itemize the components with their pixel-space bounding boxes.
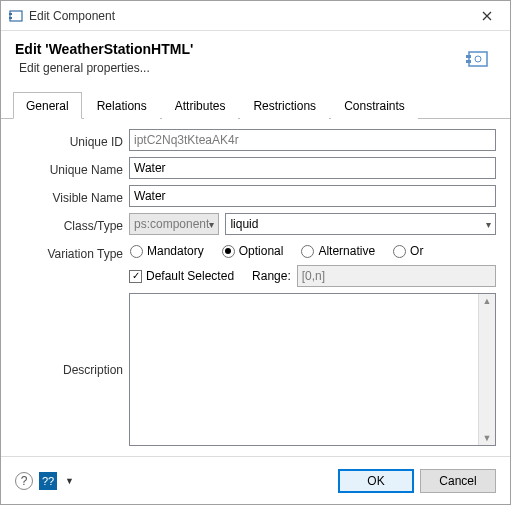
tab-relations[interactable]: Relations xyxy=(84,92,160,119)
button-label: Cancel xyxy=(439,474,476,488)
radio-label: Or xyxy=(410,244,423,258)
tab-general[interactable]: General xyxy=(13,92,82,119)
svg-rect-0 xyxy=(10,11,22,21)
context-help-button[interactable]: ?? xyxy=(39,472,57,490)
close-button[interactable] xyxy=(472,1,502,31)
class-type-label: Class/Type xyxy=(15,216,123,233)
variation-radios: Mandatory Optional Alternative Or xyxy=(129,241,496,261)
description-label: Description xyxy=(15,363,123,377)
visible-name-label: Visible Name xyxy=(15,188,123,205)
visible-name-field[interactable] xyxy=(129,185,496,207)
radio-or[interactable]: Or xyxy=(393,244,423,258)
checkbox-icon xyxy=(129,270,142,283)
svg-point-6 xyxy=(475,56,481,62)
scroll-up-icon[interactable]: ▲ xyxy=(483,296,492,306)
radio-icon xyxy=(301,245,314,258)
class-select: ps:component ▾ xyxy=(129,213,219,235)
radio-label: Mandatory xyxy=(147,244,204,258)
svg-rect-3 xyxy=(469,52,487,66)
header-text: Edit 'WeatherStationHTML' Edit general p… xyxy=(15,41,460,75)
tab-label: Attributes xyxy=(175,99,226,113)
radio-icon xyxy=(393,245,406,258)
titlebar-title: Edit Component xyxy=(29,9,472,23)
radio-label: Alternative xyxy=(318,244,375,258)
unique-id-label: Unique ID xyxy=(15,132,123,149)
checkbox-label: Default Selected xyxy=(146,269,234,283)
tab-label: General xyxy=(26,99,69,113)
scroll-down-icon[interactable]: ▼ xyxy=(483,433,492,443)
scrollbar[interactable]: ▲ ▼ xyxy=(478,294,495,445)
chevron-down-icon: ▾ xyxy=(209,219,214,230)
tab-label: Relations xyxy=(97,99,147,113)
radio-optional[interactable]: Optional xyxy=(222,244,284,258)
unique-id-field xyxy=(129,129,496,151)
help-icon[interactable]: ? xyxy=(15,472,33,490)
variation-type-label: Variation Type xyxy=(15,241,123,261)
radio-mandatory[interactable]: Mandatory xyxy=(130,244,204,258)
range-label: Range: xyxy=(252,269,291,283)
header-subtitle: Edit general properties... xyxy=(19,61,460,75)
radio-icon xyxy=(130,245,143,258)
header: Edit 'WeatherStationHTML' Edit general p… xyxy=(1,31,510,91)
footer: ? ?? ▼ OK Cancel xyxy=(1,456,510,504)
description-field[interactable]: ▲ ▼ xyxy=(129,293,496,446)
radio-icon xyxy=(222,245,235,258)
default-selected-checkbox[interactable]: Default Selected xyxy=(129,269,234,283)
range-field xyxy=(297,265,496,287)
class-select-value: ps:component xyxy=(134,217,209,231)
chevron-down-icon: ▾ xyxy=(486,219,491,230)
component-icon xyxy=(9,9,23,23)
unique-name-field[interactable] xyxy=(129,157,496,179)
ok-button[interactable]: OK xyxy=(338,469,414,493)
radio-label: Optional xyxy=(239,244,284,258)
type-select-value: liquid xyxy=(230,217,258,231)
tab-label: Restrictions xyxy=(253,99,316,113)
cancel-button[interactable]: Cancel xyxy=(420,469,496,493)
dialog-window: Edit Component Edit 'WeatherStationHTML'… xyxy=(0,0,511,505)
tab-restrictions[interactable]: Restrictions xyxy=(240,92,329,119)
svg-rect-2 xyxy=(9,17,12,19)
tab-constraints[interactable]: Constraints xyxy=(331,92,418,119)
svg-rect-4 xyxy=(466,55,471,58)
svg-rect-1 xyxy=(9,13,12,15)
header-component-icon xyxy=(460,41,496,77)
tabs: General Relations Attributes Restriction… xyxy=(1,91,510,119)
help-dropdown-icon[interactable]: ▼ xyxy=(63,476,76,486)
tab-attributes[interactable]: Attributes xyxy=(162,92,239,119)
type-select[interactable]: liquid ▾ xyxy=(225,213,496,235)
radio-alternative[interactable]: Alternative xyxy=(301,244,375,258)
header-title: Edit 'WeatherStationHTML' xyxy=(15,41,460,57)
button-label: OK xyxy=(367,474,384,488)
tab-label: Constraints xyxy=(344,99,405,113)
titlebar: Edit Component xyxy=(1,1,510,31)
unique-name-label: Unique Name xyxy=(15,160,123,177)
tab-content: Unique ID Unique Name Visible Name Class… xyxy=(1,119,510,456)
svg-rect-5 xyxy=(466,60,471,63)
